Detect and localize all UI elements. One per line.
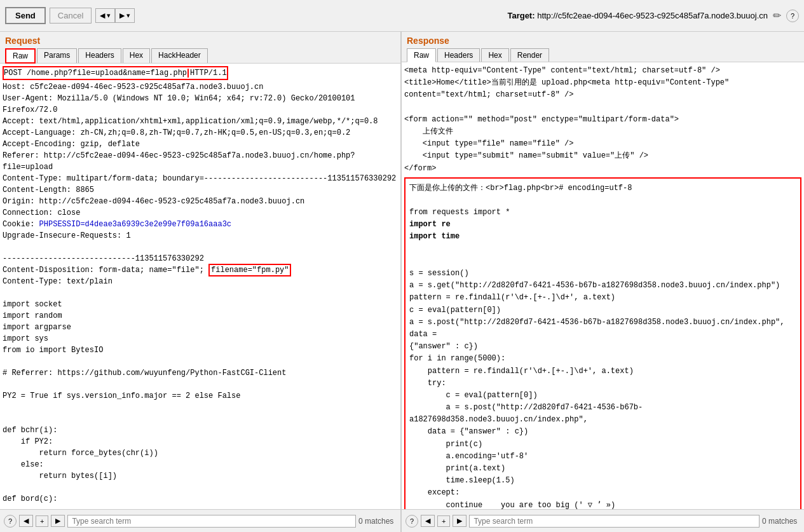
nav-right-button[interactable]: ▶ ▾: [115, 8, 135, 23]
request-match-count: 0 matches: [358, 517, 397, 526]
print-text: print(a.text): [409, 464, 505, 473]
cookie-line: Cookie: PHPSESSID=d4deae3a6939c3e2e99e7f…: [3, 220, 231, 229]
response-search-prev[interactable]: ◀: [421, 515, 435, 527]
meta-tag: <meta http-equiv="Content-Type" content=…: [404, 66, 720, 75]
bchr-if: if PY2:: [3, 437, 53, 446]
useragent-line: User-Agent: Mozilla/5.0 (Windows NT 10.0…: [3, 94, 355, 114]
continue-line: continue you are too big (' ▽ ʼ »): [409, 501, 615, 509]
send-button[interactable]: Send: [5, 7, 46, 24]
content-length-line: Content-Length: 8865: [3, 186, 94, 194]
tab-headers-response[interactable]: Headers: [437, 48, 480, 62]
response-content: <meta http-equiv="Content-Type" content=…: [402, 62, 804, 509]
tab-raw-response[interactable]: Raw: [407, 48, 436, 62]
response-help-icon[interactable]: ?: [405, 515, 418, 528]
request-search-bar: ? ◀ + ▶ 0 matches: [0, 509, 400, 532]
request-search-prev[interactable]: ◀: [19, 515, 33, 527]
request-tabs: Raw Params Headers Hex HackHeader: [0, 48, 400, 64]
response-title: Response: [402, 32, 804, 48]
response-search-input[interactable]: [469, 515, 760, 528]
input-file: <input type="file" name="file" />: [404, 139, 573, 148]
py2-line: PY2 = True if sys.version_info.major == …: [3, 392, 240, 400]
referer-line: Referer: http://c5fc2eae-d094-46ec-9523-…: [3, 151, 355, 172]
request-help-icon[interactable]: ?: [4, 515, 17, 528]
tab-headers-request[interactable]: Headers: [78, 48, 121, 63]
request-search-next[interactable]: ▶: [51, 515, 65, 527]
request-line: POST /home.php?file=upload&name=flag.php: [4, 69, 187, 78]
tab-hackheader[interactable]: HackHeader: [151, 48, 208, 63]
response-highlighted-section: 下面是你上传的文件：<br>flag.php<br># encoding=utf…: [404, 177, 801, 509]
response-search-next[interactable]: ▶: [453, 515, 467, 527]
pattern-line: pattern = re.findall(r'\d+.[+-.]\d+', a.…: [409, 293, 615, 302]
pattern-loop: pattern = re.findall(r'\d+.[+-.]\d+', a.…: [409, 367, 634, 376]
bchr-return2: return bytes([i]): [3, 472, 117, 481]
content-type-line: Content-Type: multipart/form-data; bound…: [3, 174, 396, 183]
bchr-else: else:: [3, 460, 44, 469]
from-io: from io import BytesIO: [3, 346, 103, 355]
tab-params[interactable]: Params: [37, 48, 77, 63]
response-match-count: 0 matches: [762, 517, 800, 526]
eval-line: c = eval(pattern[0]): [409, 306, 501, 315]
except-line: except:: [409, 488, 460, 497]
form-tag: <form action="" method="post" enctype="m…: [404, 115, 679, 124]
help-target-button[interactable]: ?: [786, 10, 799, 22]
tab-raw-request[interactable]: Raw: [5, 48, 36, 64]
request-search-input[interactable]: [67, 515, 356, 528]
data-loop: data = {"answer" : c}): [409, 427, 528, 436]
response-tabs: Raw Headers Hex Render: [402, 48, 804, 62]
import-re: import re: [409, 220, 451, 229]
content-charset: content="text/html; charset=utf-8" />: [404, 90, 573, 99]
bchr-return1: return force_bytes(chr(i)): [3, 449, 158, 458]
import-argparse: import argparse: [3, 323, 71, 332]
input-submit: <input type="submit" name="submit" value…: [404, 151, 648, 160]
try-block: try:: [409, 379, 446, 388]
nav-left-button[interactable]: ◀ ▾: [95, 8, 115, 23]
post-loop: a = s.post("http://2d820fd7-6421-4536-b6…: [409, 403, 643, 424]
cancel-button[interactable]: Cancel: [50, 8, 92, 24]
request-content: POST /home.php?file=upload&name=flag.php…: [0, 64, 400, 509]
eval-loop: c = eval(pattern[0]): [409, 391, 538, 400]
import-time: import time: [409, 232, 460, 241]
from-requests: from requests import *: [409, 208, 510, 217]
def-bchr: def bchr(i):: [3, 426, 57, 435]
tab-hex-request[interactable]: Hex: [123, 48, 150, 63]
host-line: Host: c5fc2eae-d094-46ec-9523-c925c485af…: [3, 83, 263, 92]
request-search-add[interactable]: +: [36, 515, 48, 527]
post-line: a = s.post("http://2d820fd7-6421-4536-b6…: [409, 318, 785, 339]
get-line: a = s.get("http://2d820fd7-6421-4536-b67…: [409, 281, 780, 290]
upload-label: 上传文件: [404, 127, 453, 136]
origin-line: Origin: http://c5fc2eae-d094-46ec-9523-c…: [3, 197, 304, 206]
tab-hex-response[interactable]: Hex: [481, 48, 508, 62]
comment-referrer: # Referrer: https://github.com/wuyunfeng…: [3, 369, 286, 378]
target-label: Target: http://c5fc2eae-d094-46ec-9523-c…: [507, 11, 768, 20]
answer-dict: {"answer" : c}): [409, 342, 478, 351]
form-close: </form>: [404, 164, 436, 173]
import-random: import random: [3, 311, 62, 320]
content-type-plain-line: Content-Type: text/plain: [3, 277, 112, 286]
tab-render[interactable]: Render: [510, 48, 549, 62]
boundary-line: -----------------------------11351157633…: [3, 254, 204, 263]
accept-language-line: Accept-Language: zh-CN,zh;q=0.8,zh-TW;q=…: [3, 128, 350, 137]
upload-result: 下面是你上传的文件：<br>flag.php<br># encoding=utf…: [409, 184, 632, 193]
connection-line: Connection: close: [3, 208, 80, 217]
import-sys: import sys: [3, 334, 48, 343]
accept-encoding-line: Accept-Encoding: gzip, deflate: [3, 140, 140, 149]
title-tag: <title>Home</title>当前引用的是 upload.php<met…: [404, 78, 729, 87]
for-loop: for i in range(5000):: [409, 354, 505, 363]
encoding-line: a.encoding='utf-8': [409, 452, 528, 461]
accept-line: Accept: text/html,application/xhtml+xml,…: [3, 117, 378, 126]
def-bord: def bord(c):: [3, 494, 57, 503]
upgrade-line: Upgrade-Insecure-Requests: 1: [3, 231, 131, 240]
edit-target-button[interactable]: ✏: [773, 10, 781, 22]
response-search-add[interactable]: +: [437, 515, 450, 527]
response-search-bar: ? ◀ + ▶ 0 matches: [402, 509, 804, 532]
print-c: print(c): [409, 440, 482, 449]
sleep-line: time.sleep(1.5): [409, 476, 515, 485]
import-socket: import socket: [3, 300, 62, 309]
content-disposition-line: Content-Disposition: form-data; name="fi…: [3, 266, 208, 275]
session-line: s = session(): [409, 269, 469, 278]
request-title: Request: [0, 32, 400, 48]
